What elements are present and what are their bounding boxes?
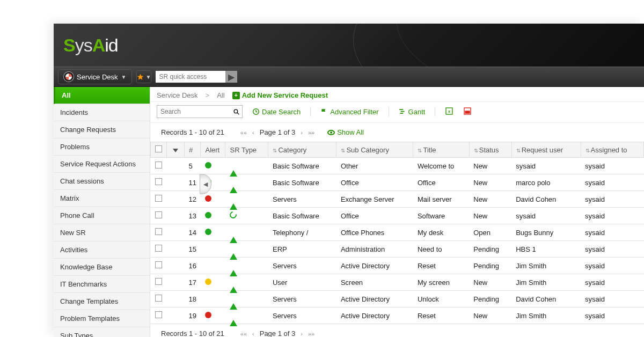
sidebar-item-all[interactable]: All <box>54 87 150 104</box>
sidebar-item-change-templates[interactable]: Change Templates <box>54 293 150 310</box>
advanced-filter-label: Advanced Filter <box>330 108 378 116</box>
last-page-button[interactable]: »» <box>308 129 314 136</box>
cell-assigned-to: sysaid <box>581 274 643 291</box>
col-category[interactable]: ⇅Category <box>268 142 336 158</box>
sidebar-item-incidents[interactable]: Incidents <box>54 104 150 121</box>
sidebar-item-chat-sessions[interactable]: Chat sessions <box>54 173 150 190</box>
prev-page-button[interactable]: ‹ <box>252 331 254 337</box>
cell-srtype <box>225 174 268 191</box>
cell-status: New <box>469 274 511 291</box>
show-all-link[interactable]: Show All <box>327 128 364 136</box>
table-row[interactable]: 18ServersActive DirectoryUnlockPendingDa… <box>151 291 644 307</box>
date-search-link[interactable]: Date Search <box>252 108 301 116</box>
row-checkbox[interactable] <box>155 228 162 235</box>
sidebar-item-activities[interactable]: Activities <box>54 241 150 259</box>
cell-subcategory: Administration <box>336 241 413 258</box>
content-area: AllIncidentsChange RequestsProblemsServi… <box>54 87 644 337</box>
sr-quick-access-input[interactable] <box>156 71 225 83</box>
export-pdf-button[interactable] <box>463 107 472 117</box>
sidebar-item-sub-types[interactable]: Sub Types <box>54 327 150 337</box>
col-subcategory[interactable]: ⇅Sub Category <box>336 142 413 158</box>
table-row[interactable]: 15ERPAdministrationNeed toPendingHBS 1sy… <box>151 241 644 258</box>
col-status[interactable]: ⇅Status <box>469 142 511 158</box>
sidebar-item-knowledge-base[interactable]: Knowledge Base <box>54 259 150 276</box>
cell-srtype <box>225 258 268 274</box>
last-page-button[interactable]: »» <box>308 331 314 337</box>
filter-icon[interactable] <box>173 149 178 152</box>
svg-rect-5 <box>400 111 404 112</box>
col-title[interactable]: ⇅Title <box>413 142 469 158</box>
export-excel-button[interactable]: x <box>445 107 453 117</box>
cell-request-user: sysaid <box>511 208 581 224</box>
add-new-service-request[interactable]: + Add New Service Request <box>232 91 328 99</box>
cell-title: My screen <box>413 274 469 291</box>
favorites-dropdown[interactable]: ▼ <box>136 70 151 83</box>
col-num[interactable]: # <box>185 142 201 158</box>
first-page-button[interactable]: «« <box>240 331 247 337</box>
cell-subcategory: Office <box>336 174 413 191</box>
cell-request-user: Jim Smith <box>511 274 581 291</box>
sidebar-item-problems[interactable]: Problems <box>54 138 150 156</box>
sidebar-item-matrix[interactable]: Matrix <box>54 190 150 207</box>
sidebar-item-service-request-actions[interactable]: Service Request Actions <box>54 156 150 173</box>
table-row[interactable]: 19ServersActive DirectoryResetNewJim Smi… <box>151 307 644 324</box>
cell-request-user: marco polo <box>511 174 581 191</box>
sr-quick-access-go-button[interactable]: ▶ <box>225 71 237 83</box>
show-all-label: Show All <box>337 128 364 136</box>
cell-status: New <box>469 158 511 174</box>
col-assigned-to[interactable]: ⇅Assigned to <box>581 142 643 158</box>
table-row[interactable]: 11Basic SoftwareOfficeOfficeNewmarco pol… <box>151 174 644 191</box>
table-row[interactable]: 17UserScreenMy screenNewJim Smithsysaid <box>151 274 644 291</box>
table-row[interactable]: 16ServersActive DirectoryResetPendingJim… <box>151 258 644 274</box>
sidebar-item-problem-templates[interactable]: Problem Templates <box>54 310 150 327</box>
row-checkbox[interactable] <box>155 211 162 218</box>
table-row[interactable]: 14Telephony /Office PhonesMy deskOpenBug… <box>151 224 644 241</box>
prev-page-button[interactable]: ‹ <box>252 129 254 136</box>
cell-assigned-to: sysaid <box>581 241 643 258</box>
row-checkbox[interactable] <box>155 195 162 202</box>
sidebar-item-it-benchmarks[interactable]: IT Benchmarks <box>54 276 150 293</box>
cell-status: New <box>469 307 511 324</box>
col-srtype[interactable]: SR Type <box>225 142 268 158</box>
select-all-checkbox[interactable] <box>155 145 162 152</box>
cell-subcategory: Active Directory <box>336 291 413 307</box>
cell-request-user: HBS 1 <box>511 241 581 258</box>
cell-assigned-to: sysaid <box>581 191 643 208</box>
table-row[interactable]: 12ServersExchange ServerMail serverNewDa… <box>151 191 644 208</box>
col-request-user[interactable]: ⇅Request user <box>511 142 581 158</box>
cell-num: 17 <box>185 274 201 291</box>
service-desk-dropdown[interactable]: Service Desk ▼ <box>58 69 132 84</box>
cell-srtype <box>225 191 268 208</box>
brand-logo: SysAid <box>63 35 118 56</box>
chevron-down-icon: ▼ <box>146 74 151 80</box>
search-icon[interactable] <box>231 108 242 115</box>
gantt-link[interactable]: Gantt <box>399 108 426 116</box>
advanced-filter-link[interactable]: Advanced Filter <box>320 108 378 116</box>
table-row[interactable]: 13Basic SoftwareOfficeSoftwareNewsysaids… <box>151 208 644 224</box>
cell-num: 11 <box>185 174 201 191</box>
next-page-button[interactable]: › <box>301 129 303 136</box>
row-checkbox[interactable] <box>155 245 162 252</box>
search-input[interactable] <box>157 108 231 115</box>
cell-status: New <box>469 208 511 224</box>
cell-alert <box>201 307 225 324</box>
star-icon <box>137 73 144 81</box>
cell-assigned-to: sysaid <box>581 158 643 174</box>
col-alert[interactable]: Alert <box>201 142 225 158</box>
sidebar-item-phone-call[interactable]: Phone Call <box>54 207 150 224</box>
sidebar-item-new-sr[interactable]: New SR <box>54 224 150 241</box>
first-page-button[interactable]: «« <box>240 129 247 136</box>
row-checkbox[interactable] <box>155 261 162 268</box>
table-row[interactable]: 5Basic SoftwareOtherWelcome toNewsysaids… <box>151 158 644 174</box>
row-checkbox[interactable] <box>155 311 162 318</box>
breadcrumb-root[interactable]: Service Desk <box>157 91 198 99</box>
svg-rect-10 <box>465 111 470 113</box>
main-panel: Service Desk > All + Add New Service Req… <box>150 87 644 337</box>
next-page-button[interactable]: › <box>301 331 303 337</box>
row-checkbox[interactable] <box>155 278 162 285</box>
row-checkbox[interactable] <box>155 295 162 302</box>
sidebar-item-change-requests[interactable]: Change Requests <box>54 121 150 138</box>
search-box <box>157 105 243 118</box>
row-checkbox[interactable] <box>155 178 162 185</box>
row-checkbox[interactable] <box>155 162 162 169</box>
